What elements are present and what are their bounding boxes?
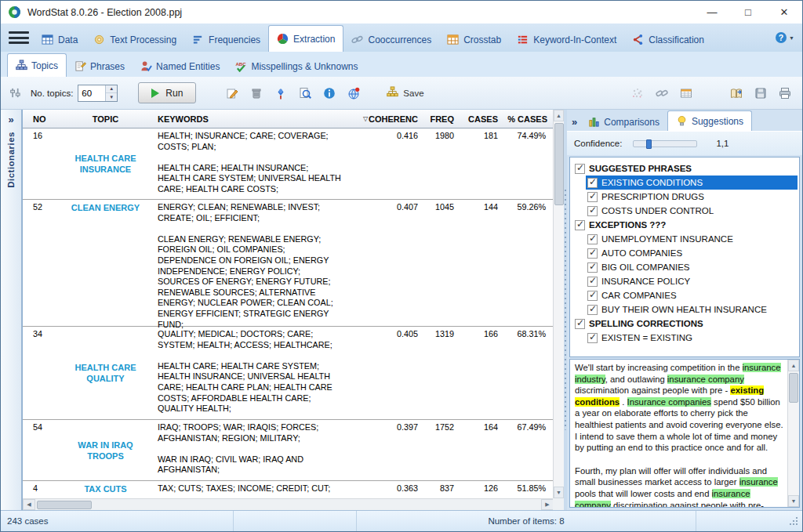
checkbox[interactable]	[587, 333, 598, 343]
no-topics-input[interactable]	[78, 85, 105, 101]
book-export-button[interactable]	[729, 85, 744, 101]
stepper-up-button[interactable]: ▲	[106, 85, 117, 93]
column-header-freq[interactable]: FREQ	[424, 110, 460, 128]
maximize-button[interactable]: □	[730, 1, 766, 24]
tab-frequencies[interactable]: Frequencies	[184, 27, 268, 52]
search-doc-button[interactable]	[297, 85, 313, 101]
preview-scrollbar[interactable]: ▲ ▼	[787, 360, 799, 507]
suggestion-item-buy-their-own-health-insurance[interactable]: BUY THEIR OWN HEALTH INSURANCE	[586, 302, 798, 317]
column-header-keywords[interactable]: KEYWORDS	[151, 110, 360, 128]
close-button[interactable]: ✕	[766, 1, 802, 24]
no-topics-stepper[interactable]: ▲ ▼	[78, 85, 118, 102]
suggestion-item-prescription-drugs[interactable]: PRESCRIPTION DRUGS	[586, 190, 798, 204]
tab-cooccurrences[interactable]: Cooccurrences	[343, 27, 439, 52]
globe-pin-button[interactable]	[346, 85, 362, 101]
column-header-coherenc[interactable]: ▽COHERENC	[360, 110, 424, 128]
keywords-text: QUALITY; MEDICAL; DOCTORS; CARE; SYSTEM;…	[158, 329, 343, 350]
subtab-misspellings-unknowns[interactable]: ABCMisspellings & Unknowns	[227, 56, 365, 77]
checkbox[interactable]	[587, 248, 598, 259]
subtab-topics[interactable]: Topics	[7, 53, 67, 77]
suggestion-item-big-oil-companies[interactable]: BIG OIL COMPANIES	[586, 260, 798, 274]
floppy-button[interactable]	[753, 85, 768, 101]
checkbox[interactable]	[575, 319, 585, 329]
preview-scroll-thumb[interactable]	[789, 373, 798, 403]
checkbox[interactable]	[587, 262, 598, 273]
table-row-topic-34[interactable]: 34HEALTH CARE QUALITYQUALITY; MEDICAL; D…	[23, 327, 554, 420]
suggestion-item-costs-under-control[interactable]: COSTS UNDER CONTROL	[586, 204, 798, 218]
checkbox[interactable]	[587, 234, 598, 244]
suggestion-item-suggested-phrases[interactable]: SUGGESTED PHRASES	[573, 161, 798, 176]
stepper-down-button[interactable]: ▼	[106, 92, 117, 101]
horizontal-scrollbar[interactable]: ◀ ▶	[23, 498, 554, 510]
checkbox[interactable]	[575, 220, 585, 230]
dictionaries-collapsed-panel[interactable]: » Dictionaries	[1, 110, 22, 510]
scroll-down-button[interactable]: ▼	[788, 495, 799, 507]
suggestion-item-insurance-policy[interactable]: INSURANCE POLICY	[586, 274, 798, 288]
scroll-right-button[interactable]: ▶	[541, 499, 554, 510]
suggestion-item-existing-conditions[interactable]: EXISTING CONDITIONS	[586, 176, 798, 190]
panel-tab-comparisons[interactable]: Comparisons	[580, 113, 667, 131]
svg-text:ABC: ABC	[236, 61, 247, 67]
pin-button[interactable]	[273, 85, 289, 101]
sparkles-button[interactable]	[630, 85, 645, 101]
edit-button[interactable]	[224, 85, 240, 101]
run-button[interactable]: Run	[138, 82, 196, 103]
tab-extraction[interactable]: Extraction	[268, 25, 343, 52]
info-button[interactable]	[322, 85, 337, 101]
confidence-slider-thumb[interactable]	[646, 139, 652, 149]
table-row-topic-16[interactable]: 16HEALTH CARE INSURANCEHEALTH; INSURANCE…	[23, 128, 554, 200]
trash-button[interactable]	[249, 85, 264, 101]
column-header-cases[interactable]: % CASES	[504, 110, 554, 128]
subtab-phrases[interactable]: Phrases	[67, 56, 133, 77]
floppy-icon	[754, 87, 767, 100]
subtab-named-entities[interactable]: Named Entities	[133, 56, 227, 77]
tab-crosstab[interactable]: Crosstab	[439, 27, 509, 52]
resize-grip[interactable]	[789, 516, 799, 527]
suggestion-item-existen-existing[interactable]: EXISTEN = EXISTING	[586, 331, 798, 345]
column-header-no[interactable]: NO	[23, 110, 60, 128]
expand-chevron-icon[interactable]: »	[572, 116, 577, 128]
table-row-topic-52[interactable]: 52CLEAN ENERGYENERGY; CLEAN; RENEWABLE; …	[23, 200, 554, 327]
horizontal-scroll-thumb[interactable]	[37, 501, 92, 509]
grid-button[interactable]	[678, 85, 694, 101]
checkbox[interactable]	[587, 178, 598, 188]
suggestion-item-unemployment-insurance[interactable]: UNEMPLOYMENT INSURANCE	[586, 232, 798, 246]
subtab-topics-label: Topics	[31, 60, 58, 71]
confidence-slider[interactable]	[633, 140, 697, 147]
menu-hamburger-icon[interactable]	[9, 31, 29, 44]
scroll-left-button[interactable]: ◀	[23, 499, 35, 510]
suggestion-item-auto-companies[interactable]: AUTO COMPANIES	[586, 246, 798, 260]
column-header-cases[interactable]: CASES	[460, 110, 504, 128]
scroll-down-button[interactable]: ▼	[554, 487, 564, 498]
save-suggestions-button[interactable]: Save	[387, 86, 423, 100]
vertical-scroll-thumb[interactable]	[554, 123, 564, 205]
share-red-icon	[632, 34, 644, 45]
scroll-up-button[interactable]: ▲	[554, 110, 564, 121]
caret-down-icon: ▼	[789, 35, 794, 41]
suggestion-item-exceptions[interactable]: EXCEPTIONS ???	[573, 218, 798, 232]
table-row-topic-4[interactable]: 4TAX CUTSTAX; CUTS; TAXES; INCOME; CREDI…	[23, 481, 554, 498]
sliders-button[interactable]	[7, 85, 23, 101]
checkbox[interactable]	[587, 305, 598, 315]
checkbox[interactable]	[587, 192, 598, 202]
column-header-topic[interactable]: TOPIC	[60, 110, 151, 128]
suggestion-item-spelling-corrections[interactable]: SPELLING CORRECTIONS	[573, 317, 798, 331]
scroll-up-button[interactable]: ▲	[788, 360, 799, 371]
minimize-button[interactable]: —	[694, 1, 730, 24]
checkbox[interactable]	[587, 206, 598, 216]
table-row-topic-54[interactable]: 54WAR IN IRAQ TROOPSIRAQ; TROOPS; WAR; I…	[23, 420, 554, 481]
tab-data[interactable]: Data	[34, 27, 85, 52]
tab-classification[interactable]: Classification	[624, 27, 712, 52]
checkbox[interactable]	[587, 277, 598, 287]
tab-keyword-in-context[interactable]: Keyword-In-Context	[509, 27, 624, 52]
expand-chevron-icon[interactable]: »	[8, 114, 13, 125]
panel-tab-suggestions[interactable]: Suggestions	[667, 110, 752, 131]
checkbox[interactable]	[587, 291, 598, 301]
help-button[interactable]: ? ▼	[775, 31, 794, 44]
printer-button[interactable]	[777, 85, 793, 101]
chain-button[interactable]	[654, 85, 670, 101]
vertical-scrollbar[interactable]: ▲ ▼	[553, 110, 564, 498]
suggestion-item-car-companies[interactable]: CAR COMPANIES	[586, 288, 798, 302]
checkbox[interactable]	[575, 164, 585, 174]
tab-text-processing[interactable]: Text Processing	[85, 27, 184, 52]
